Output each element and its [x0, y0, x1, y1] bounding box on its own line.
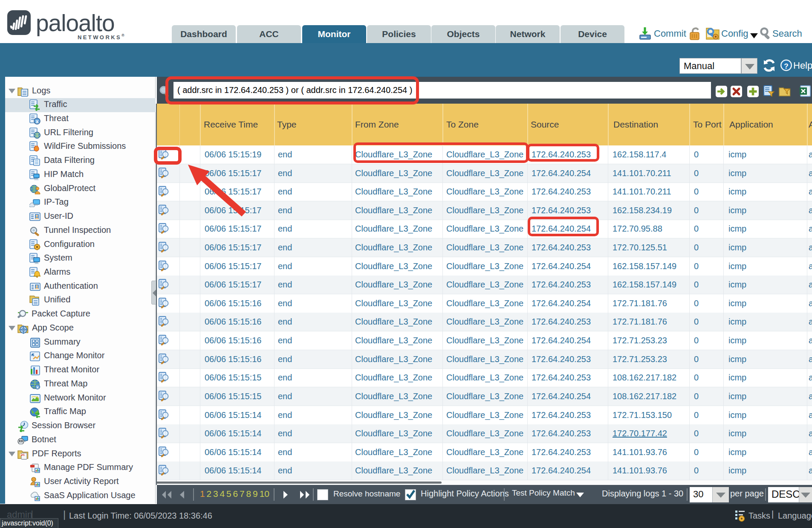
svg-text:?: ? [784, 62, 788, 70]
